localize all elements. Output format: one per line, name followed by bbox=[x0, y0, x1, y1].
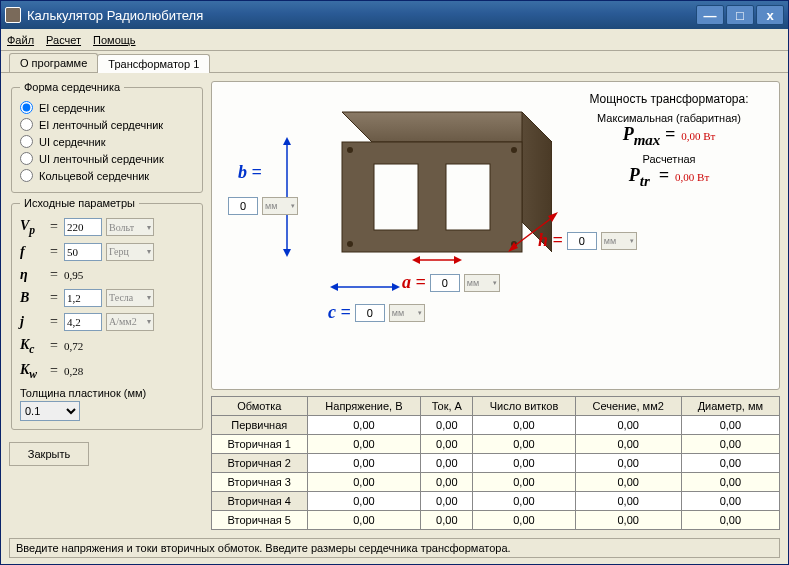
dim-a-arrow-icon bbox=[412, 250, 462, 270]
core-opt-ring[interactable]: Кольцевой сердечник bbox=[20, 167, 194, 184]
winding-value-cell: 0,00 bbox=[681, 473, 779, 492]
svg-rect-4 bbox=[446, 164, 490, 230]
b-unit[interactable]: Тесла bbox=[106, 289, 154, 307]
b-input[interactable] bbox=[64, 289, 102, 307]
core-radio-ui-tape[interactable] bbox=[20, 152, 33, 165]
power-title: Мощность трансформатора: bbox=[569, 92, 769, 106]
params-legend: Исходные параметры bbox=[20, 197, 139, 209]
winding-name-cell: Вторичная 3 bbox=[212, 473, 308, 492]
core-radio-ui[interactable] bbox=[20, 135, 33, 148]
menu-file[interactable]: Файл bbox=[7, 34, 34, 46]
core-radio-ring[interactable] bbox=[20, 169, 33, 182]
winding-value-cell: 0,00 bbox=[575, 454, 681, 473]
param-f: f=Герц bbox=[20, 240, 194, 264]
svg-marker-16 bbox=[330, 283, 338, 291]
dim-a-input[interactable] bbox=[430, 274, 460, 292]
power-max-value: 0,00 Вт bbox=[681, 130, 715, 142]
winding-value-cell: 0,00 bbox=[681, 492, 779, 511]
th-diameter: Диаметр, мм bbox=[681, 397, 779, 416]
dim-h-unit[interactable]: мм bbox=[601, 232, 637, 250]
svg-marker-17 bbox=[392, 283, 400, 291]
core-radio-ei-tape[interactable] bbox=[20, 118, 33, 131]
dim-a-unit[interactable]: мм bbox=[464, 274, 500, 292]
winding-name-cell: Первичная bbox=[212, 416, 308, 435]
tab-bar: О программе Трансформатор 1 bbox=[1, 51, 788, 73]
menu-calc[interactable]: Расчет bbox=[46, 34, 81, 46]
th-winding: Обмотка bbox=[212, 397, 308, 416]
winding-value-cell[interactable]: 0,00 bbox=[307, 435, 421, 454]
dim-b-input[interactable] bbox=[228, 197, 258, 215]
j-input[interactable] bbox=[64, 313, 102, 331]
winding-value-cell[interactable]: 0,00 bbox=[307, 511, 421, 530]
core-opt-ei-tape[interactable]: EI ленточный сердечник bbox=[20, 116, 194, 133]
winding-name-cell: Вторичная 2 bbox=[212, 454, 308, 473]
svg-marker-14 bbox=[454, 256, 462, 264]
winding-value-cell: 0,00 bbox=[473, 435, 576, 454]
dim-c-input[interactable] bbox=[355, 304, 385, 322]
minimize-button[interactable]: — bbox=[696, 5, 724, 25]
th-voltage: Напряжение, В bbox=[307, 397, 421, 416]
maximize-button[interactable]: □ bbox=[726, 5, 754, 25]
close-button[interactable]: Закрыть bbox=[9, 442, 89, 466]
app-window: Калькулятор Радиолюбителя — □ x Файл Рас… bbox=[0, 0, 789, 565]
thickness-select[interactable]: 0.1 bbox=[20, 401, 80, 421]
vp-unit[interactable]: Вольт bbox=[106, 218, 154, 236]
dim-b-label: b = bbox=[238, 162, 262, 183]
winding-value-cell[interactable]: 0,00 bbox=[421, 454, 473, 473]
app-icon bbox=[5, 7, 21, 23]
th-section: Сечение, мм2 bbox=[575, 397, 681, 416]
core-opt-ui[interactable]: UI сердечник bbox=[20, 133, 194, 150]
core-shape-legend: Форма сердечника bbox=[20, 81, 124, 93]
svg-point-5 bbox=[347, 147, 353, 153]
param-eta: η=0,95 bbox=[20, 264, 194, 286]
tab-about[interactable]: О программе bbox=[9, 53, 98, 72]
winding-value-cell: 0,00 bbox=[575, 435, 681, 454]
core-shape-group: Форма сердечника EI сердечник EI ленточн… bbox=[11, 81, 203, 193]
vp-input[interactable] bbox=[64, 218, 102, 236]
winding-value-cell[interactable]: 0,00 bbox=[307, 473, 421, 492]
f-input[interactable] bbox=[64, 243, 102, 261]
table-row: Вторичная 30,000,000,000,000,00 bbox=[212, 473, 780, 492]
tab-transformer[interactable]: Трансформатор 1 bbox=[97, 54, 210, 73]
winding-value-cell[interactable]: 0,00 bbox=[421, 511, 473, 530]
winding-value-cell[interactable]: 0,00 bbox=[307, 454, 421, 473]
core-opt-ei[interactable]: EI сердечник bbox=[20, 99, 194, 116]
winding-value-cell[interactable]: 0,00 bbox=[307, 416, 421, 435]
dim-h-input[interactable] bbox=[567, 232, 597, 250]
dim-a-group: a = мм bbox=[402, 272, 500, 293]
dim-h-group: h = мм bbox=[538, 230, 637, 251]
core-radio-ei[interactable] bbox=[20, 101, 33, 114]
eta-value: 0,95 bbox=[64, 269, 83, 281]
winding-name-cell: Вторичная 4 bbox=[212, 492, 308, 511]
windings-table: Обмотка Напряжение, В Ток, А Число витко… bbox=[211, 396, 780, 530]
close-window-button[interactable]: x bbox=[756, 5, 784, 25]
winding-value-cell[interactable]: 0,00 bbox=[421, 473, 473, 492]
th-turns: Число витков bbox=[473, 397, 576, 416]
menubar: Файл Расчет Помощь bbox=[1, 29, 788, 51]
dim-c-label: c = bbox=[328, 302, 351, 323]
table-row: Первичная0,000,000,000,000,00 bbox=[212, 416, 780, 435]
winding-value-cell[interactable]: 0,00 bbox=[421, 416, 473, 435]
menu-help[interactable]: Помощь bbox=[93, 34, 136, 46]
statusbar: Введите напряжения и токи вторичных обмо… bbox=[9, 538, 780, 558]
param-kc: Kc=0,72 bbox=[20, 334, 194, 359]
svg-marker-0 bbox=[342, 112, 552, 142]
power-max-row: Pmax =0,00 Вт bbox=[569, 124, 769, 149]
winding-value-cell: 0,00 bbox=[473, 416, 576, 435]
winding-value-cell[interactable]: 0,00 bbox=[421, 492, 473, 511]
dim-c-unit[interactable]: мм bbox=[389, 304, 425, 322]
winding-value-cell[interactable]: 0,00 bbox=[421, 435, 473, 454]
winding-value-cell: 0,00 bbox=[681, 511, 779, 530]
f-unit[interactable]: Герц bbox=[106, 243, 154, 261]
core-diagram-area: b = мм a = мм bbox=[211, 81, 780, 390]
svg-rect-3 bbox=[374, 164, 418, 230]
status-text: Введите напряжения и токи вторичных обмо… bbox=[16, 542, 511, 554]
dim-b-unit[interactable]: мм bbox=[262, 197, 298, 215]
j-unit[interactable]: А/мм2 bbox=[106, 313, 154, 331]
winding-name-cell: Вторичная 1 bbox=[212, 435, 308, 454]
power-calc-label: Расчетная bbox=[569, 153, 769, 165]
dim-c-arrow-icon bbox=[330, 277, 400, 297]
core-opt-ui-tape[interactable]: UI ленточный сердечник bbox=[20, 150, 194, 167]
kw-value: 0,28 bbox=[64, 365, 83, 377]
winding-value-cell[interactable]: 0,00 bbox=[307, 492, 421, 511]
